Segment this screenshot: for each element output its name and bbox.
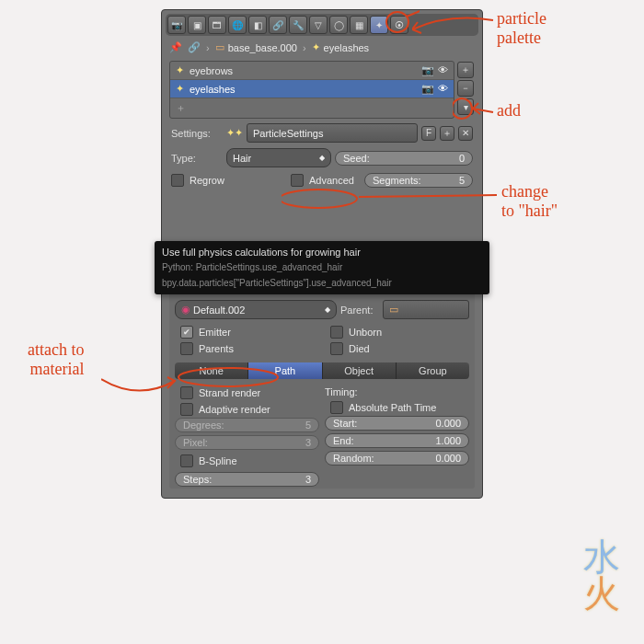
remove-button[interactable]: － xyxy=(457,80,474,97)
pin-icon[interactable]: 📌 xyxy=(169,41,182,53)
regrow-checkbox[interactable] xyxy=(171,174,184,187)
camera-icon[interactable]: 📷 xyxy=(421,83,434,95)
sparkle-icon: ✦✦ xyxy=(226,127,243,139)
list-item[interactable]: ✦ eyebrows 📷 👁 xyxy=(170,62,454,80)
breadcrumb-object[interactable]: ▭ base_base.000 xyxy=(215,41,297,53)
render-icon[interactable]: 📷 xyxy=(167,16,186,34)
advanced-label: Advanced xyxy=(309,175,354,186)
degrees-field: Degrees:5 xyxy=(175,418,319,432)
unborn-checkbox[interactable] xyxy=(330,326,343,339)
tooltip-python: Python: ParticleSettings.use_advanced_ha… xyxy=(162,261,482,273)
seed-field[interactable]: Seed:0 xyxy=(335,151,473,166)
tooltip-bpy: bpy.data.particles["ParticleSettings"].u… xyxy=(162,277,482,289)
camera-icon[interactable]: 📷 xyxy=(421,64,434,76)
list-item-label: eyelashes xyxy=(190,84,236,95)
world-icon[interactable]: 🌐 xyxy=(228,16,247,34)
type-dropdown[interactable]: Hair ◆ xyxy=(226,148,331,167)
layers-icon[interactable]: ▣ xyxy=(188,16,206,34)
pixel-field: Pixel:3 xyxy=(175,435,319,450)
render-type-tabs: None Path Object Group xyxy=(175,362,469,379)
eye-icon[interactable]: 👁 xyxy=(438,83,448,95)
list-add-inline[interactable]: ＋ xyxy=(170,98,454,118)
material-dropdown[interactable]: ◉ Default.002 ◆ xyxy=(175,300,337,319)
particle-icon[interactable]: ✦ xyxy=(370,16,388,34)
bspline-checkbox[interactable] xyxy=(180,454,193,467)
modifiers-icon[interactable]: 🔧 xyxy=(289,16,307,34)
material-icon[interactable]: ◯ xyxy=(329,16,348,34)
annotation-add: add xyxy=(497,101,521,121)
parent-label: Parent: xyxy=(340,305,379,316)
annotation-palette: particlepalette xyxy=(497,9,546,47)
breadcrumb-particle[interactable]: ✦ eyelashes xyxy=(312,41,370,53)
type-label: Type: xyxy=(171,153,223,164)
adaptive-render-checkbox[interactable] xyxy=(180,403,193,416)
start-field[interactable]: Start:0.000 xyxy=(325,416,469,431)
texture-icon[interactable]: ▦ xyxy=(350,16,368,34)
link-icon[interactable]: 🔗 xyxy=(188,41,201,53)
random-field[interactable]: Random:0.000 xyxy=(325,451,469,466)
annotation-attach: attach tomaterial xyxy=(28,340,84,378)
tab-none[interactable]: None xyxy=(175,362,248,379)
scene-icon[interactable]: 🗔 xyxy=(208,16,226,34)
list-item[interactable]: ✦ eyelashes 📷 👁 xyxy=(170,80,454,98)
particle-systems-list: ✦ eyebrows 📷 👁 ✦ eyelashes 📷 👁 ＋ ＋ － ▾ xyxy=(169,61,454,119)
fake-user-button[interactable]: F xyxy=(421,126,436,141)
breadcrumb: 📌 🔗 › ▭ base_base.000 › ✦ eyelashes xyxy=(166,36,478,59)
object-icon[interactable]: ◧ xyxy=(248,16,267,34)
specials-button[interactable]: ▾ xyxy=(457,98,474,115)
annotation-change: changeto "hair" xyxy=(501,182,558,220)
sparkle-icon: ✦ xyxy=(176,83,184,95)
unlink-button[interactable]: ✕ xyxy=(458,126,473,141)
tooltip-title: Use full physics calculations for growin… xyxy=(162,247,482,258)
list-item-label: eyebrows xyxy=(190,65,233,76)
advanced-checkbox[interactable] xyxy=(291,174,304,187)
data-icon[interactable]: ▽ xyxy=(309,16,328,34)
strand-render-checkbox[interactable] xyxy=(180,386,193,399)
properties-tab-bar: 📷 ▣ 🗔 🌐 ◧ 🔗 🔧 ▽ ◯ ▦ ✦ ⦿ xyxy=(166,14,478,36)
tab-path[interactable]: Path xyxy=(248,362,322,379)
emitter-checkbox[interactable]: ✔ xyxy=(180,326,193,339)
segments-field[interactable]: Segments:5 xyxy=(364,173,473,188)
tooltip: Use full physics calculations for growin… xyxy=(155,241,489,294)
constraints-icon[interactable]: 🔗 xyxy=(269,16,287,34)
sparkle-icon: ✦ xyxy=(176,64,184,76)
physics-icon[interactable]: ⦿ xyxy=(390,16,408,34)
tab-group[interactable]: Group xyxy=(397,362,469,379)
regrow-label: Regrow xyxy=(190,175,224,186)
timing-label: Timing: xyxy=(325,386,358,397)
settings-label: Settings: xyxy=(171,128,223,139)
add-datablock-button[interactable]: ＋ xyxy=(440,126,454,141)
parents-checkbox[interactable] xyxy=(180,342,193,355)
tab-object[interactable]: Object xyxy=(323,362,397,379)
eye-icon[interactable]: 👁 xyxy=(438,64,448,76)
parent-field[interactable]: ▭ xyxy=(383,300,469,319)
steps-field[interactable]: Steps:3 xyxy=(175,472,319,487)
settings-name-field[interactable]: ParticleSettings xyxy=(247,123,418,143)
add-button[interactable]: ＋ xyxy=(457,62,474,78)
absolute-path-checkbox[interactable] xyxy=(330,401,343,414)
died-checkbox[interactable] xyxy=(330,342,343,355)
end-field[interactable]: End:1.000 xyxy=(325,433,469,448)
watermark: 水火 xyxy=(583,539,620,613)
